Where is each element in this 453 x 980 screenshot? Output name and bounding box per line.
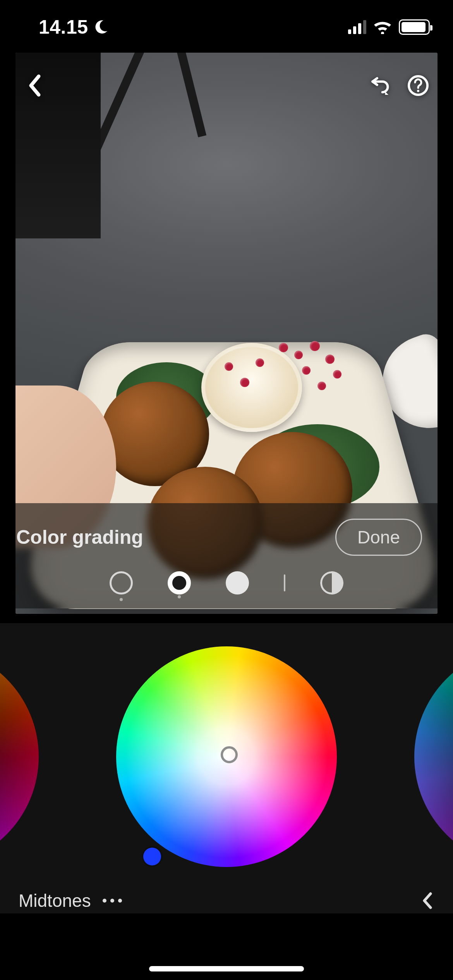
status-time: 14.15: [39, 16, 88, 38]
shadows-wheel-preview[interactable]: [0, 646, 39, 867]
undo-button[interactable]: [368, 74, 391, 97]
help-button[interactable]: [407, 74, 430, 97]
highlights-wheel-preview[interactable]: [414, 646, 453, 867]
range-footer: Midtones: [0, 890, 453, 911]
wifi-icon: [373, 20, 392, 34]
status-bar: 14.15: [0, 0, 453, 54]
shadows-mode[interactable]: [110, 571, 133, 595]
color-grading-panel: Color grading Done: [15, 503, 438, 608]
luminance-handle[interactable]: [143, 848, 161, 865]
home-indicator[interactable]: [149, 966, 304, 971]
color-wheel-picker[interactable]: [221, 746, 238, 763]
active-range-label: Midtones: [19, 890, 91, 911]
more-options-icon[interactable]: [103, 899, 122, 903]
battery-icon: [399, 19, 430, 35]
highlights-mode[interactable]: [226, 571, 249, 595]
midtones-color-wheel[interactable]: [116, 646, 337, 867]
back-button[interactable]: [23, 74, 46, 97]
do-not-disturb-icon: [93, 19, 108, 35]
global-mode[interactable]: [320, 571, 343, 595]
mode-divider: [284, 574, 285, 591]
panel-title: Color grading: [16, 526, 143, 548]
done-button[interactable]: Done: [335, 519, 422, 556]
color-wheel-carousel[interactable]: [0, 623, 453, 913]
collapse-panel-button[interactable]: [420, 891, 434, 910]
svg-point-1: [417, 90, 419, 92]
midtones-mode[interactable]: [168, 571, 191, 595]
tonal-range-selector: [15, 571, 438, 601]
done-button-label: Done: [357, 527, 400, 547]
cellular-signal-icon: [348, 20, 366, 34]
